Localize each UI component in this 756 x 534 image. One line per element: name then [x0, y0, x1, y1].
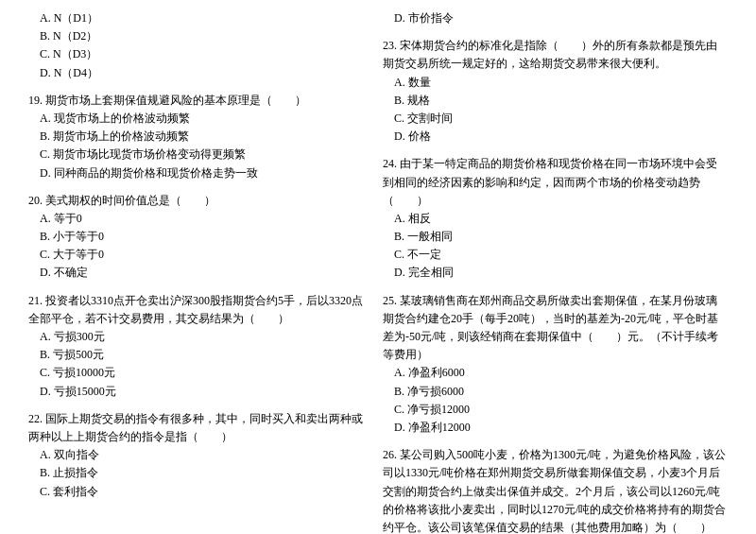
question-25-title: 25. 某玻璃销售商在郑州商品交易所做卖出套期保值，在某月份玻璃期货合约建仓20… [383, 292, 728, 365]
option-d-market: D. 市价指令 [383, 9, 728, 27]
question-19: 19. 期货市场上套期保值规避风险的基本原理是（ ） A. 现货市场上的价格波动… [28, 92, 373, 182]
option-c-nd3: C. N（D3） [28, 45, 373, 63]
question-19-option-c: C. 期货市场比现货市场价格变动得更频繁 [28, 146, 373, 164]
question-19-option-b: B. 期货市场上的价格波动频繁 [28, 128, 373, 146]
option-d-nd4: D. N（D4） [28, 64, 373, 82]
question-25-option-a: A. 净盈利6000 [383, 364, 728, 382]
question-22-title: 22. 国际上期货交易的指令有很多种，其中，同时买入和卖出两种或两种以上上期货合… [28, 410, 373, 446]
question-continuation-left: A. N（D1） B. N（D2） C. N（D3） D. N（D4） [28, 9, 373, 82]
option-b-nd2: B. N（D2） [28, 27, 373, 45]
question-20-option-a: A. 等于0 [28, 210, 373, 228]
question-25-option-b: B. 净亏损6000 [383, 383, 728, 401]
question-26-title: 26. 某公司购入500吨小麦，价格为1300元/吨，为避免价格风险，该公司以1… [383, 446, 728, 534]
question-24-option-c: C. 不一定 [383, 246, 728, 264]
right-column: D. 市价指令 23. 宋体期货合约的标准化是指除（ ）外的所有条款都是预先由期… [383, 9, 728, 534]
question-23-option-d: D. 价格 [383, 128, 728, 146]
question-22: 22. 国际上期货交易的指令有很多种，其中，同时买入和卖出两种或两种以上上期货合… [28, 410, 373, 501]
question-20-option-b: B. 小于等于0 [28, 228, 373, 246]
question-22-option-c: C. 套利指令 [28, 483, 373, 501]
question-19-option-a: A. 现货市场上的价格波动频繁 [28, 110, 373, 128]
question-19-title: 19. 期货市场上套期保值规避风险的基本原理是（ ） [28, 92, 373, 110]
question-19-option-d: D. 同种商品的期货价格和现货价格走势一致 [28, 164, 373, 182]
left-column: A. N（D1） B. N（D2） C. N（D3） D. N（D4） 19. … [28, 9, 373, 534]
question-23-title: 23. 宋体期货合约的标准化是指除（ ）外的所有条款都是预先由期货交易所统一规定… [383, 37, 728, 73]
question-continuation-right: D. 市价指令 [383, 9, 728, 27]
question-22-option-b: B. 止损指令 [28, 464, 373, 482]
question-21-option-d: D. 亏损15000元 [28, 383, 373, 401]
option-a-nd1: A. N（D1） [28, 9, 373, 27]
question-21-option-a: A. 亏损300元 [28, 328, 373, 346]
question-20-option-c: C. 大于等于0 [28, 246, 373, 264]
question-25: 25. 某玻璃销售商在郑州商品交易所做卖出套期保值，在某月份玻璃期货合约建仓20… [383, 292, 728, 438]
question-20-option-d: D. 不确定 [28, 264, 373, 282]
question-24-option-b: B. 一般相同 [383, 228, 728, 246]
question-26: 26. 某公司购入500吨小麦，价格为1300元/吨，为避免价格风险，该公司以1… [383, 446, 728, 534]
question-25-option-d: D. 净盈利12000 [383, 419, 728, 437]
question-21-title: 21. 投资者以3310点开仓卖出沪深300股指期货合约5手，后以3320点全部… [28, 292, 373, 328]
question-20-title: 20. 美式期权的时间价值总是（ ） [28, 192, 373, 210]
question-20: 20. 美式期权的时间价值总是（ ） A. 等于0 B. 小于等于0 C. 大于… [28, 192, 373, 283]
question-24-title: 24. 由于某一特定商品的期货价格和现货价格在同一市场环境中会受到相同的经济因素… [383, 155, 728, 210]
question-23: 23. 宋体期货合约的标准化是指除（ ）外的所有条款都是预先由期货交易所统一规定… [383, 37, 728, 146]
question-21-option-b: B. 亏损500元 [28, 346, 373, 364]
question-21: 21. 投资者以3310点开仓卖出沪深300股指期货合约5手，后以3320点全部… [28, 292, 373, 401]
question-23-option-a: A. 数量 [383, 74, 728, 92]
question-25-option-c: C. 净亏损12000 [383, 401, 728, 419]
question-24: 24. 由于某一特定商品的期货价格和现货价格在同一市场环境中会受到相同的经济因素… [383, 155, 728, 282]
question-23-option-b: B. 规格 [383, 92, 728, 110]
page-content: A. N（D1） B. N（D2） C. N（D3） D. N（D4） 19. … [28, 9, 728, 534]
question-23-option-c: C. 交割时间 [383, 110, 728, 128]
question-22-option-a: A. 双向指令 [28, 446, 373, 464]
question-24-option-d: D. 完全相同 [383, 264, 728, 282]
question-24-option-a: A. 相反 [383, 210, 728, 228]
question-21-option-c: C. 亏损10000元 [28, 364, 373, 382]
